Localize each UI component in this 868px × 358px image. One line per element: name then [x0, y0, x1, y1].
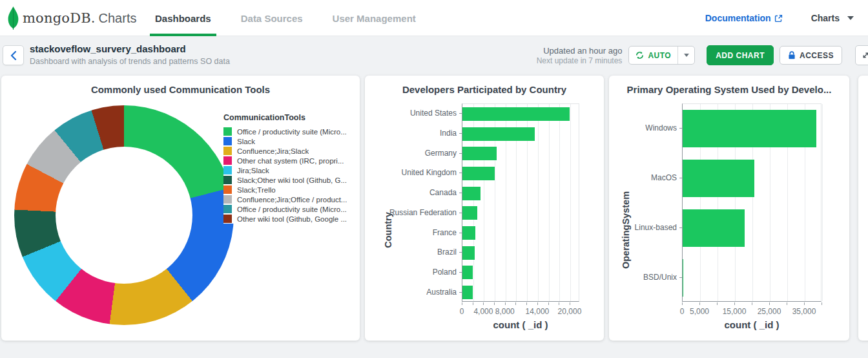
category-label: Brazil: [437, 247, 457, 257]
charts-project-menu[interactable]: Charts: [811, 13, 854, 23]
tab-dashboards[interactable]: Dashboards: [155, 0, 211, 36]
bar-India: [462, 127, 535, 141]
x-tick-label: 35,000: [792, 307, 816, 316]
top-navbar: mongoDB. Charts Dashboards Data Sources …: [0, 0, 868, 36]
x-tick-mark: [483, 302, 484, 305]
product-text: Charts: [99, 11, 137, 26]
chevron-down-icon: [684, 54, 689, 57]
legend-swatch: [223, 156, 232, 165]
charts-project-label: Charts: [811, 13, 840, 23]
bar-France: [462, 226, 475, 240]
brand-dot: .: [91, 10, 96, 26]
y-axis-category-labels: United StatesIndiaGermanyUnited KingdomC…: [365, 103, 462, 302]
legend-item[interactable]: Slack;Trello: [223, 185, 359, 195]
dashboard-subtitle: Dashboard with analysis of trends and pa…: [30, 57, 230, 66]
bar-Canada: [462, 187, 480, 200]
bar-Australia: [462, 286, 473, 299]
legend-item[interactable]: Jira;Slack: [223, 165, 359, 175]
x-tick-mark: [787, 302, 787, 305]
x-tick-mark: [804, 302, 805, 305]
category-label: Poland: [433, 268, 457, 277]
update-status: Updated an hour ago Next update in 7 min…: [537, 46, 623, 65]
gridline: [822, 104, 823, 301]
access-label: ACCESS: [800, 51, 834, 60]
gridline: [570, 104, 571, 301]
bar-United Kingdom: [462, 167, 495, 180]
category-label: MacOS: [651, 173, 677, 182]
legend-swatch: [223, 166, 232, 174]
legend-item[interactable]: Confluence;Jira;Slack: [223, 146, 359, 156]
legend-item[interactable]: Office / productivity suite (Micro...: [223, 204, 359, 214]
category-label: Canada: [429, 188, 457, 197]
chart-card-partial[interactable]: [858, 76, 868, 341]
x-tick-mark: [559, 302, 559, 305]
legend-items: Office / productivity suite (Micro...Sla…: [223, 127, 359, 224]
legend-item[interactable]: Slack;Other wiki tool (Github, G...: [223, 175, 359, 185]
dashboard-title: stackoveflow_survery_dashboard: [30, 43, 230, 54]
auto-label: AUTO: [648, 51, 671, 60]
category-label: India: [440, 129, 457, 138]
gridline: [538, 104, 539, 301]
gridline: [559, 104, 560, 301]
x-tick-label: 20,000: [558, 307, 582, 316]
chart-card-developers-by-country[interactable]: Developers Participated by Country Count…: [365, 76, 604, 341]
legend-item[interactable]: Office / productivity suite (Micro...: [223, 127, 359, 136]
auto-refresh-dropdown[interactable]: [677, 47, 694, 64]
category-label: United States: [410, 109, 457, 118]
back-button[interactable]: [3, 45, 24, 65]
legend-label: Other chat system (IRC, propri...: [237, 157, 344, 165]
bar-Poland: [462, 266, 473, 279]
legend-label: Jira;Slack: [237, 167, 269, 174]
legend-item[interactable]: Slack: [223, 136, 359, 146]
legend-label: Slack: [237, 138, 255, 145]
x-tick-label: 15,000: [723, 307, 747, 316]
auto-refresh-button[interactable]: AUTO: [629, 47, 677, 64]
header-actions: Updated an hour ago Next update in 7 min…: [537, 45, 868, 65]
legend-item[interactable]: Confluence;Jira;Office / product...: [223, 195, 359, 204]
documentation-link[interactable]: Documentation: [705, 13, 783, 23]
nav-right: Documentation Charts: [705, 0, 854, 36]
category-label: Australia: [426, 288, 457, 297]
legend-item[interactable]: Other wiki tool (Github, Google ...: [223, 214, 359, 224]
bar-Windows: [683, 110, 816, 147]
donut-hole: [56, 147, 192, 284]
x-axis-title: count ( _id ): [462, 319, 579, 330]
x-tick-mark: [570, 302, 570, 305]
legend-label: Confluence;Jira;Slack: [237, 147, 309, 155]
legend-item[interactable]: Other chat system (IRC, propri...: [223, 156, 359, 165]
x-axis-ticks: 04,0008,00014,00020,000: [462, 302, 579, 319]
bar-MacOS: [683, 160, 754, 197]
x-tick-mark: [494, 302, 495, 305]
legend-swatch: [223, 215, 232, 223]
tab-user-management[interactable]: User Management: [333, 0, 416, 36]
x-tick-mark: [699, 302, 700, 305]
fullscreen-button[interactable]: [855, 45, 868, 65]
x-axis-ticks: 05,00015,00025,00035,000: [682, 302, 822, 319]
bar-United States: [462, 107, 570, 121]
add-chart-label: ADD CHART: [716, 51, 765, 60]
chart-card-operating-system[interactable]: Primary Operating System Used by Develo.…: [609, 76, 849, 341]
chart-title: Commonly used Communication Tools: [1, 84, 360, 95]
legend-swatch: [223, 147, 232, 155]
legend-swatch: [223, 185, 232, 194]
legend-title: CommunicationTools: [223, 113, 359, 122]
category-label: Windows: [645, 123, 677, 132]
documentation-label: Documentation: [705, 13, 771, 23]
access-button[interactable]: ACCESS: [780, 46, 842, 65]
legend-label: Other wiki tool (Github, Google ...: [237, 215, 347, 223]
x-tick-mark: [526, 302, 527, 305]
category-label: Linux-based: [635, 223, 677, 232]
bar-BSD/Unix: [683, 259, 683, 297]
x-tick-mark: [462, 302, 462, 305]
donut-chart: [14, 105, 234, 325]
chart-title: Primary Operating System Used by Develo.…: [609, 84, 849, 95]
tab-data-sources[interactable]: Data Sources: [241, 0, 303, 36]
mongodb-charts-logo[interactable]: mongoDB. Charts: [6, 0, 136, 36]
add-chart-button[interactable]: ADD CHART: [707, 45, 774, 65]
chart-card-communication-tools[interactable]: Commonly used Communication Tools Commun…: [1, 76, 360, 341]
x-tick-mark: [822, 302, 822, 305]
category-label: Russian Federation: [389, 208, 457, 217]
bar-Germany: [462, 147, 497, 160]
bar-plot-area: [682, 103, 822, 302]
nav-tabs: Dashboards Data Sources User Management: [155, 0, 416, 36]
